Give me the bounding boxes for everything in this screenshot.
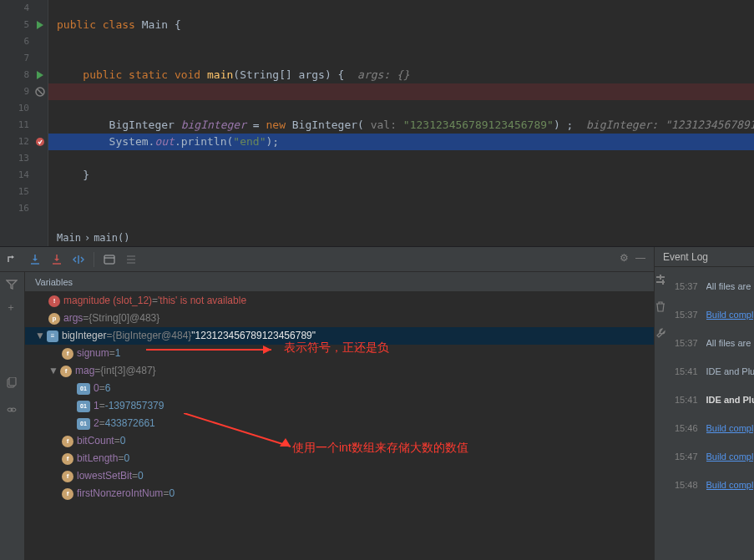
int-badge-icon: 01 [77, 401, 90, 412]
var-mag-2[interactable]: 012 = 433872661 [25, 415, 654, 432]
line-number: 12 [13, 134, 29, 150]
debug-toolbar [0, 247, 654, 272]
keyword: new [266, 119, 285, 131]
settings-icon[interactable] [655, 274, 668, 287]
run-icon[interactable] [34, 69, 46, 81]
line-number: 14 [13, 167, 29, 184]
event-log-title[interactable]: Event Log [655, 247, 754, 267]
var-mag-0[interactable]: 010 = 6 [25, 380, 654, 397]
line-number: 5 [13, 17, 29, 33]
event-log-toolbar [655, 267, 668, 560]
breadcrumb-method[interactable]: main() [94, 232, 129, 244]
panel-controls: ⚙ — [620, 252, 645, 264]
event-log-panel: Event Log 15:37All files are15:37Build c… [654, 247, 754, 560]
editor-gutter: 4 5 6 7 8 9 10 11 12 13 14 15 16 [0, 0, 48, 246]
gear-icon[interactable]: ⚙ [620, 252, 629, 264]
var-firstnonzero[interactable]: ffirstNonzeroIntNum = 0 [25, 485, 654, 502]
svg-rect-20 [662, 280, 664, 285]
variable: bigInteger [181, 119, 246, 131]
line-number: 10 [13, 100, 29, 117]
var-signum[interactable]: fsignum = 1 [25, 345, 654, 362]
event-log-item[interactable]: 15:46Build compl [668, 414, 754, 442]
chevron-down-icon[interactable]: ▼ [48, 362, 58, 380]
param-badge-icon: p [48, 313, 60, 325]
code-editor[interactable]: 4 5 6 7 8 9 10 11 12 13 14 15 16 public … [0, 0, 754, 246]
variables-tree[interactable]: !magnitude (slot_12) = 'this' is not ava… [25, 292, 654, 560]
line-number: 7 [13, 50, 29, 67]
evaluate-icon[interactable] [103, 253, 116, 266]
string-literal: "end" [233, 135, 266, 148]
field-badge-icon: f [62, 488, 73, 500]
variables-tab[interactable]: Variables [25, 272, 654, 292]
var-mag-1[interactable]: 011 = -1397857379 [25, 397, 654, 415]
force-step-icon[interactable] [50, 253, 63, 266]
keyword: public class [57, 18, 135, 31]
debug-panel: ⚙ — ＋ Variables !magnitude (slot_12) = '… [0, 246, 754, 560]
field-badge-icon: f [62, 436, 73, 447]
line-number: 9 [13, 83, 29, 100]
line-number: 16 [13, 200, 29, 217]
minimize-icon[interactable]: — [635, 252, 645, 264]
keyword: public static void [83, 68, 200, 81]
trash-icon[interactable] [655, 300, 668, 314]
event-log-item[interactable]: 15:37All files are [668, 272, 754, 300]
copy-icon[interactable] [6, 377, 19, 391]
wrench-icon[interactable] [655, 327, 668, 341]
breadcrumb[interactable]: Main›main() [48, 230, 130, 246]
code-content[interactable]: public class Main { public static void m… [48, 0, 754, 217]
event-log-item[interactable]: 15:48Build compl [668, 471, 754, 499]
line-number: 6 [13, 33, 29, 50]
field-badge-icon: f [62, 471, 73, 482]
event-log-list[interactable]: 15:37All files are15:37Build compl15:37A… [668, 267, 754, 560]
trace-icon[interactable] [124, 253, 138, 266]
var-biginteger[interactable]: ▼≡bigInteger = {BigInteger@484} "1231234… [25, 327, 654, 345]
line-number: 4 [13, 0, 29, 17]
chevron-down-icon[interactable]: ▼ [35, 327, 45, 345]
var-bitlength[interactable]: fbitLength = 0 [25, 450, 654, 467]
svg-rect-18 [660, 275, 661, 280]
step-into-icon[interactable] [28, 253, 42, 266]
svg-point-14 [11, 408, 16, 411]
filter-icon[interactable] [6, 279, 19, 292]
var-lowestsetbit[interactable]: flowestSetBit = 0 [25, 467, 654, 485]
event-log-item[interactable]: 15:37All files are [668, 329, 754, 357]
field-badge-icon: f [62, 348, 73, 360]
var-mag[interactable]: ▼fmag = {int[3]@487} [25, 362, 654, 380]
int-badge-icon: 01 [77, 383, 90, 395]
step-over-icon[interactable] [7, 253, 20, 266]
step-out-icon[interactable] [72, 253, 85, 266]
string-literal: "123123456789123456789" [397, 119, 554, 131]
inline-hint: bigInteger: "123123456789123456789" [586, 119, 754, 131]
var-bitcount[interactable]: fbitCount = 0 [25, 432, 654, 450]
line-number: 8 [13, 67, 29, 83]
var-args[interactable]: pargs = {String[0]@483} [25, 310, 654, 327]
line-number: 11 [13, 117, 29, 134]
field-badge-icon: f [60, 366, 72, 377]
event-log-item[interactable]: 15:41IDE and Plu [668, 386, 754, 414]
debug-sidebar: ＋ [0, 272, 25, 560]
line-number: 13 [13, 150, 29, 167]
field-badge-icon: f [62, 453, 73, 465]
error-badge-icon: ! [48, 295, 60, 307]
event-log-item[interactable]: 15:47Build compl [668, 442, 754, 471]
class-name: Main [142, 18, 168, 31]
object-badge-icon: ≡ [47, 330, 58, 342]
event-log-item[interactable]: 15:37Build compl [668, 300, 754, 329]
svg-rect-12 [9, 377, 16, 386]
inline-hint: args: {} [357, 68, 410, 81]
line-number: 15 [13, 184, 29, 200]
param-hint: val: [371, 119, 397, 131]
breakpoint-icon[interactable] [34, 136, 46, 148]
error-icon[interactable] [34, 86, 46, 98]
svg-rect-6 [104, 255, 114, 264]
int-badge-icon: 01 [77, 418, 90, 430]
method-name: main [207, 68, 233, 81]
add-icon[interactable]: ＋ [6, 300, 19, 314]
svg-line-1 [38, 89, 43, 94]
event-log-item[interactable]: 15:41IDE and Plu [668, 357, 754, 386]
field: out [154, 135, 174, 148]
run-icon[interactable] [34, 19, 46, 31]
link-icon[interactable] [6, 404, 19, 417]
breadcrumb-class[interactable]: Main [57, 232, 81, 244]
var-magnitude[interactable]: !magnitude (slot_12) = 'this' is not ava… [25, 292, 654, 310]
